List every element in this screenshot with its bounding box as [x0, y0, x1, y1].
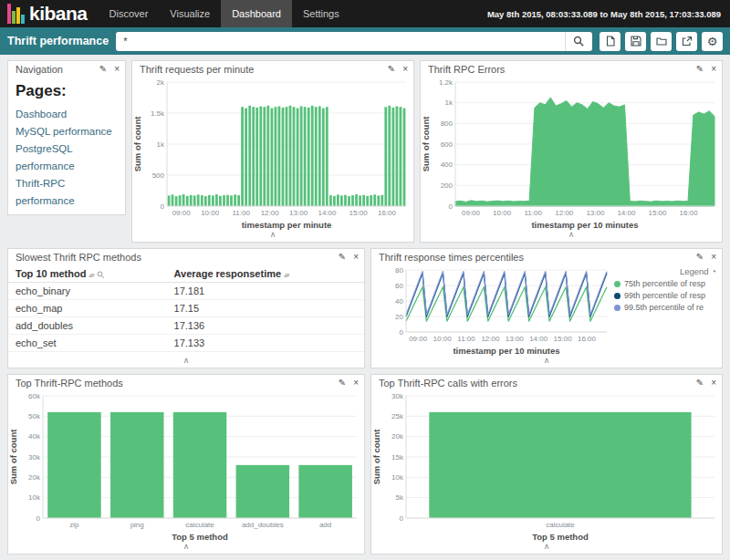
- dashboard-title: Thrift performance: [7, 35, 109, 47]
- sort-icon[interactable]: ▴▾: [284, 272, 288, 278]
- page-link-mysql-performance[interactable]: MySQL performance: [16, 123, 118, 140]
- table-cell: 17.15: [167, 300, 364, 317]
- svg-text:15:00: 15:00: [554, 335, 573, 343]
- collapse-panel-button[interactable]: ∧: [8, 542, 364, 554]
- collapse-panel-button[interactable]: ∧: [8, 356, 364, 368]
- svg-text:12:00: 12:00: [481, 335, 500, 343]
- collapse-panel-button[interactable]: ∧: [132, 230, 413, 242]
- svg-text:zip: zip: [69, 521, 79, 529]
- table-cell: echo_set: [8, 335, 167, 352]
- table-cell: add_doubles: [8, 317, 167, 335]
- collapse-panel-button[interactable]: ∧: [371, 356, 722, 368]
- edit-panel-icon[interactable]: ✎: [339, 378, 346, 389]
- panel-title: Top Thrift-RPC calls with errors: [379, 378, 696, 389]
- svg-text:10:00: 10:00: [433, 335, 453, 343]
- top-errors-bar-chart[interactable]: 05k10k15k20k25k30kcalculateTop 5 methodS…: [371, 390, 722, 542]
- legend-item[interactable]: 99.5th percentile of re: [614, 302, 716, 314]
- panel-slowest-methods: Slowest Thrift RPC methods ✎ × Top 10 me…: [7, 248, 365, 368]
- svg-text:600: 600: [441, 140, 454, 149]
- kibana-logo[interactable]: kibana: [0, 0, 99, 27]
- sort-icon[interactable]: ▴▾: [89, 272, 93, 278]
- legend-item[interactable]: 99th percentile of resp: [614, 290, 716, 302]
- edit-panel-icon[interactable]: ✎: [696, 378, 704, 389]
- panel-thrift-rpc-errors: Thrift RPC Errors ✎ × 02004006008001k1.2…: [420, 60, 723, 243]
- legend-item[interactable]: 75th percentile of resp: [614, 278, 716, 290]
- load-dashboard-button[interactable]: [651, 32, 672, 51]
- edit-panel-icon[interactable]: ✎: [696, 64, 704, 75]
- svg-text:14:00: 14:00: [318, 209, 337, 217]
- panel-top-methods: Top Thrift-RPC methods ✎ × 010k20k30k40k…: [7, 374, 365, 555]
- panel-title: Slowest Thrift RPC methods: [16, 252, 339, 263]
- panel-title: Thrift RPC Errors: [428, 64, 696, 75]
- panel-top-calls-with-errors: Top Thrift-RPC calls with errors ✎ × 05k…: [370, 374, 723, 555]
- nav-item-dashboard[interactable]: Dashboard: [221, 0, 292, 27]
- nav-item-settings[interactable]: Settings: [292, 0, 350, 27]
- nav-item-discover[interactable]: Discover: [99, 0, 160, 27]
- new-dashboard-button[interactable]: [600, 32, 620, 51]
- remove-panel-icon[interactable]: ×: [711, 252, 716, 263]
- column-header-responsetime[interactable]: Average responsetime ▴▾: [167, 264, 364, 283]
- remove-panel-icon[interactable]: ×: [402, 64, 408, 75]
- remove-panel-icon[interactable]: ×: [353, 252, 359, 263]
- svg-text:0: 0: [36, 514, 41, 523]
- percentiles-line-chart[interactable]: 02040608009:0010:0011:0012:0013:0014:001…: [371, 264, 614, 356]
- slowest-methods-table: Top 10 method ▴▾ Average responsetime ▴▾…: [8, 264, 364, 352]
- remove-panel-icon[interactable]: ×: [711, 64, 716, 75]
- svg-text:09:00: 09:00: [409, 335, 428, 343]
- table-row[interactable]: add_doubles17.136: [8, 317, 364, 335]
- page-links: DashboardMySQL performancePostgreSQL per…: [16, 106, 118, 210]
- panel-header: Top Thrift-RPC calls with errors ✎ ×: [371, 375, 722, 390]
- svg-text:add_doubles: add_doubles: [242, 521, 284, 529]
- options-button[interactable]: ⚙: [702, 32, 723, 51]
- query-input[interactable]: [116, 32, 565, 51]
- remove-panel-icon[interactable]: ×: [353, 378, 359, 389]
- panel-header: Top Thrift-RPC methods ✎ ×: [8, 375, 364, 390]
- save-icon: [631, 36, 641, 47]
- edit-panel-icon[interactable]: ✎: [696, 252, 704, 263]
- svg-text:09:00: 09:00: [172, 209, 192, 217]
- table-row[interactable]: echo_set17.133: [8, 335, 364, 352]
- svg-text:11:00: 11:00: [232, 209, 250, 217]
- requests-histogram-chart[interactable]: 05001k1.5k2k09:0010:0011:0012:0013:0014:…: [132, 77, 413, 230]
- edit-panel-icon[interactable]: ✎: [99, 64, 107, 75]
- panel-title: Navigation: [16, 64, 99, 75]
- table-cell: echo_map: [8, 300, 167, 317]
- column-search-icon[interactable]: [97, 271, 105, 279]
- collapse-panel-button[interactable]: ∧: [371, 542, 722, 554]
- svg-text:20k: 20k: [28, 473, 41, 482]
- panel-header: Navigation ✎ ×: [8, 61, 125, 77]
- legend-toggle-icon[interactable]: ◔: [711, 266, 716, 276]
- svg-text:10k: 10k: [28, 493, 41, 502]
- svg-text:500: 500: [152, 171, 165, 180]
- top-methods-bar-chart[interactable]: 010k20k30k40k50k60kzippingcalculateadd_d…: [8, 390, 364, 542]
- edit-panel-icon[interactable]: ✎: [339, 252, 346, 263]
- dashboard-grid: Navigation ✎ × Pages: DashboardMySQL per…: [0, 55, 730, 560]
- table-cell: 17.133: [167, 335, 364, 352]
- page-link-thrift-rpc-performance[interactable]: Thrift-RPC performance: [16, 175, 118, 210]
- table-row[interactable]: echo_binary17.181: [8, 283, 364, 300]
- svg-text:1k: 1k: [157, 140, 165, 149]
- time-range-picker[interactable]: May 8th 2015, 08:03:33.089 to May 8th 20…: [487, 9, 730, 19]
- remove-panel-icon[interactable]: ×: [114, 64, 120, 75]
- remove-panel-icon[interactable]: ×: [711, 378, 716, 389]
- save-dashboard-button[interactable]: [625, 32, 646, 51]
- share-dashboard-button[interactable]: [676, 32, 697, 51]
- svg-text:30k: 30k: [28, 453, 41, 461]
- edit-panel-icon[interactable]: ✎: [388, 64, 395, 75]
- page-link-dashboard[interactable]: Dashboard: [16, 106, 118, 123]
- table-row[interactable]: echo_map17.15: [8, 300, 364, 317]
- svg-text:11:00: 11:00: [524, 209, 542, 217]
- svg-text:400: 400: [441, 161, 454, 169]
- errors-area-chart[interactable]: 02004006008001k1.2k09:0010:0011:0012:001…: [421, 77, 722, 230]
- svg-text:ping: ping: [130, 521, 144, 529]
- search-button[interactable]: [565, 32, 592, 51]
- legend-title[interactable]: Legend ◔: [614, 266, 716, 276]
- column-header-method[interactable]: Top 10 method ▴▾: [8, 264, 167, 283]
- page-link-postgresql-performance[interactable]: PostgreSQL performance: [16, 140, 118, 175]
- panel-navigation: Navigation ✎ × Pages: DashboardMySQL per…: [7, 60, 126, 215]
- nav-item-visualize[interactable]: Visualize: [159, 0, 221, 27]
- table-cell: 17.181: [167, 283, 364, 300]
- legend-color-dot: [614, 293, 620, 299]
- legend-label: 99.5th percentile of re: [624, 302, 704, 314]
- collapse-panel-button[interactable]: ∧: [421, 230, 722, 242]
